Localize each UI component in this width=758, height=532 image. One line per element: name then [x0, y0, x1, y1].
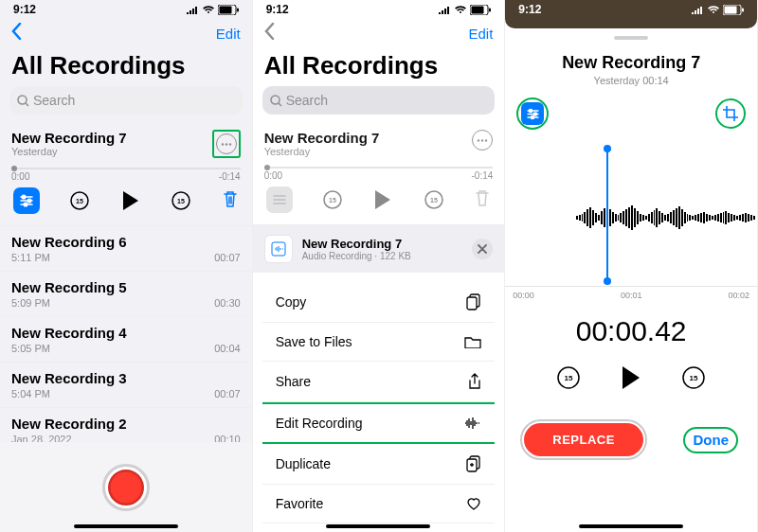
- back-button[interactable]: [11, 23, 22, 44]
- wifi-icon: [202, 5, 215, 14]
- action-edit-recording[interactable]: Edit Recording: [262, 402, 496, 444]
- time-start: 0:00: [11, 171, 29, 182]
- page-title: All Recordings: [0, 47, 252, 86]
- play-button[interactable]: [120, 189, 141, 212]
- file-icon: [264, 235, 293, 263]
- signal-icon: [186, 5, 199, 14]
- svg-text:15: 15: [430, 197, 438, 204]
- svg-rect-40: [742, 8, 744, 11]
- delete-button: [474, 188, 491, 211]
- skip-back-icon: 15: [69, 190, 90, 211]
- svg-rect-20: [489, 8, 491, 11]
- waveform-file-icon: [270, 240, 287, 257]
- recording-title: New Recording 7: [11, 130, 127, 146]
- list-item[interactable]: New Recording 65:11 PM00:07: [0, 226, 252, 272]
- action-save-to-files[interactable]: Save to Files: [262, 323, 496, 362]
- home-indicator[interactable]: [579, 524, 683, 528]
- background-notch: [505, 19, 757, 28]
- search-icon: [270, 95, 282, 107]
- skip-back-15-button[interactable]: 15: [68, 189, 91, 212]
- search-input[interactable]: Search: [262, 86, 496, 115]
- svg-rect-39: [724, 6, 736, 13]
- replace-button[interactable]: REPLACE: [524, 423, 643, 456]
- duplicate-icon: [466, 455, 481, 472]
- playback-scrubber: [264, 167, 494, 168]
- list-item[interactable]: New Recording 35:04 PM00:07: [0, 363, 252, 408]
- action-list: Copy Save to Files Share Edit Recording …: [262, 282, 496, 532]
- play-button[interactable]: [619, 364, 643, 395]
- options-button[interactable]: [521, 102, 544, 125]
- time-end: -0:14: [219, 171, 241, 182]
- selected-recording[interactable]: New Recording 7 Yesterday 0:00 -0:14 15: [0, 122, 252, 226]
- edit-button[interactable]: Edit: [216, 26, 241, 42]
- status-icons: [438, 5, 491, 15]
- status-time: 9:12: [266, 3, 289, 16]
- chevron-left-icon: [11, 23, 22, 40]
- skip-back-icon: 15: [556, 365, 581, 390]
- svg-point-21: [271, 96, 280, 104]
- action-copy[interactable]: Copy: [262, 282, 496, 323]
- grabber[interactable]: [614, 36, 648, 40]
- battery-icon: [218, 5, 239, 15]
- skip-back-15-button: 15: [321, 188, 344, 211]
- skip-forward-icon: 15: [171, 190, 191, 211]
- list-item[interactable]: New Recording 55:09 PM00:30: [0, 272, 252, 317]
- search-input[interactable]: Search: [9, 86, 243, 115]
- svg-point-7: [228, 143, 230, 145]
- done-button[interactable]: Done: [693, 432, 729, 448]
- skip-forward-15-button[interactable]: 15: [170, 189, 192, 212]
- highlight-trim: [715, 98, 746, 129]
- svg-rect-19: [472, 6, 484, 13]
- close-button[interactable]: [472, 239, 493, 259]
- svg-line-4: [26, 103, 28, 106]
- home-indicator[interactable]: [74, 524, 178, 528]
- playback-scrubber[interactable]: [11, 168, 241, 169]
- svg-point-11: [27, 199, 31, 203]
- screen-action-sheet: 9:12 Edit All Recordings Search New Reco…: [253, 0, 506, 532]
- sheet-title: New Recording 7: [302, 237, 411, 251]
- svg-text:15: 15: [77, 198, 84, 204]
- chevron-left-icon: [264, 23, 275, 40]
- selected-recording: New Recording 7 Yesterday 0:00 -0:14 15 …: [253, 122, 505, 225]
- svg-point-13: [24, 203, 27, 206]
- action-favorite[interactable]: Favorite: [262, 485, 496, 523]
- skip-forward-15-button: 15: [423, 188, 445, 211]
- skip-forward-15-button[interactable]: 15: [681, 365, 706, 394]
- status-time: 9:12: [13, 3, 36, 16]
- status-icons: [691, 5, 744, 15]
- time-axis: 00:00 00:01 00:02: [505, 286, 757, 300]
- copy-icon: [466, 293, 481, 310]
- record-button[interactable]: [105, 467, 147, 508]
- svg-point-6: [225, 143, 226, 145]
- signal-icon: [438, 5, 451, 14]
- close-icon: [478, 244, 487, 254]
- play-icon: [120, 189, 141, 212]
- action-share[interactable]: Share: [262, 362, 496, 402]
- more-button[interactable]: [216, 133, 237, 154]
- more-button[interactable]: [472, 130, 493, 151]
- folder-icon: [464, 335, 481, 348]
- trim-button[interactable]: [720, 103, 741, 124]
- home-indicator[interactable]: [326, 524, 430, 528]
- svg-point-9: [22, 195, 26, 199]
- playhead[interactable]: [606, 149, 608, 281]
- ellipsis-icon: [221, 143, 232, 146]
- waveform-area[interactable]: 00:00 00:01 00:02: [505, 139, 757, 310]
- battery-icon: [723, 5, 744, 15]
- delete-button[interactable]: [222, 189, 239, 212]
- page-title: All Recordings: [253, 47, 505, 86]
- edit-button[interactable]: Edit: [468, 26, 493, 42]
- action-duplicate[interactable]: Duplicate: [262, 444, 496, 485]
- back-button[interactable]: [264, 23, 275, 44]
- options-button[interactable]: [13, 187, 40, 214]
- recording-subtitle: Yesterday: [11, 146, 127, 157]
- play-icon: [619, 364, 643, 391]
- sliders-icon: [19, 194, 34, 207]
- skip-back-15-button[interactable]: 15: [556, 365, 581, 394]
- signal-icon: [691, 5, 704, 14]
- edit-subtitle: Yesterday 00:14: [505, 75, 757, 86]
- svg-point-25: [485, 139, 487, 141]
- ellipsis-icon: [477, 139, 488, 142]
- svg-rect-35: [467, 297, 477, 310]
- list-item[interactable]: New Recording 45:05 PM00:04: [0, 317, 252, 363]
